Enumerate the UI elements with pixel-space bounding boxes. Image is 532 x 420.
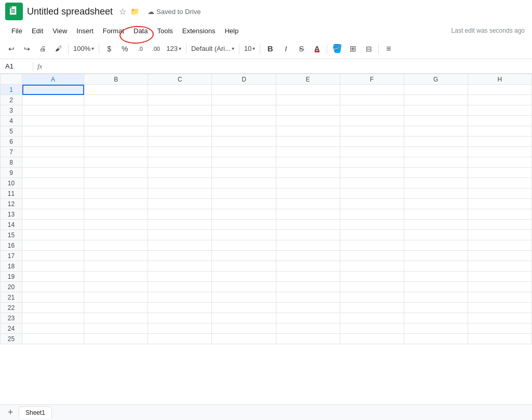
fill-color-button[interactable]: 🪣 (330, 42, 344, 56)
cell-G22[interactable] (404, 303, 468, 313)
cell-A14[interactable] (22, 220, 84, 230)
col-header-e[interactable]: E (276, 74, 340, 85)
cell-E17[interactable] (276, 251, 340, 261)
decimal-dec-button[interactable]: .0 (133, 42, 148, 56)
percent-button[interactable]: % (117, 42, 132, 56)
col-header-b[interactable]: B (84, 74, 148, 85)
cell-A10[interactable] (22, 178, 84, 188)
cell-D23[interactable] (212, 313, 276, 323)
cell-G5[interactable] (404, 126, 468, 137)
cell-A21[interactable] (22, 292, 84, 303)
formula-input[interactable] (46, 62, 530, 70)
font-size-dropdown[interactable]: 10 ▾ (242, 42, 257, 56)
cell-E19[interactable] (276, 272, 340, 282)
cell-H5[interactable] (468, 126, 531, 137)
cell-E1[interactable] (276, 85, 340, 95)
cell-G7[interactable] (404, 147, 468, 157)
cell-G10[interactable] (404, 178, 468, 188)
cell-E16[interactable] (276, 240, 340, 251)
cell-B19[interactable] (84, 272, 148, 282)
cell-D11[interactable] (212, 188, 276, 199)
menu-insert[interactable]: Insert (72, 25, 98, 37)
cell-G9[interactable] (404, 168, 468, 178)
strikethrough-button[interactable]: S (294, 42, 309, 56)
row-header-1[interactable]: 1 (1, 85, 22, 95)
cell-G6[interactable] (404, 137, 468, 147)
cell-G11[interactable] (404, 188, 468, 199)
row-header-7[interactable]: 7 (1, 147, 22, 157)
cell-C7[interactable] (148, 147, 212, 157)
cell-C11[interactable] (148, 188, 212, 199)
undo-button[interactable]: ↩ (4, 42, 19, 56)
cell-G14[interactable] (404, 220, 468, 230)
cell-A25[interactable] (22, 334, 84, 344)
cell-F1[interactable] (340, 85, 404, 95)
row-header-16[interactable]: 16 (1, 240, 22, 251)
cell-A18[interactable] (22, 261, 84, 272)
cell-E8[interactable] (276, 157, 340, 168)
menu-data[interactable]: Data (129, 25, 152, 37)
cell-D9[interactable] (212, 168, 276, 178)
cell-H4[interactable] (468, 116, 531, 126)
align-button[interactable]: ≡ (381, 42, 396, 56)
row-header-13[interactable]: 13 (1, 209, 22, 220)
menu-file[interactable]: File (7, 25, 26, 37)
cell-H3[interactable] (468, 105, 531, 116)
paint-format-button[interactable]: 🖌 (51, 42, 65, 56)
document-title[interactable]: Untitled spreadsheet (27, 6, 113, 17)
cell-E20[interactable] (276, 282, 340, 292)
row-header-22[interactable]: 22 (1, 303, 22, 313)
row-header-19[interactable]: 19 (1, 272, 22, 282)
cell-E22[interactable] (276, 303, 340, 313)
cell-C15[interactable] (148, 230, 212, 240)
cell-G12[interactable] (404, 199, 468, 209)
folder-icon[interactable]: 📁 (130, 7, 139, 16)
bold-button[interactable]: B (263, 42, 277, 56)
cell-C19[interactable] (148, 272, 212, 282)
cell-C10[interactable] (148, 178, 212, 188)
row-header-17[interactable]: 17 (1, 251, 22, 261)
cell-D14[interactable] (212, 220, 276, 230)
cell-F11[interactable] (340, 188, 404, 199)
row-header-14[interactable]: 14 (1, 220, 22, 230)
cell-G21[interactable] (404, 292, 468, 303)
cell-C5[interactable] (148, 126, 212, 137)
cell-D8[interactable] (212, 157, 276, 168)
cell-G13[interactable] (404, 209, 468, 220)
cell-C13[interactable] (148, 209, 212, 220)
cell-D19[interactable] (212, 272, 276, 282)
row-header-20[interactable]: 20 (1, 282, 22, 292)
cell-B20[interactable] (84, 282, 148, 292)
cell-G4[interactable] (404, 116, 468, 126)
cell-C18[interactable] (148, 261, 212, 272)
cell-reference-input[interactable]: A1 (2, 62, 33, 70)
cell-B16[interactable] (84, 240, 148, 251)
cell-E14[interactable] (276, 220, 340, 230)
cell-C23[interactable] (148, 313, 212, 323)
cell-B24[interactable] (84, 323, 148, 334)
cell-E10[interactable] (276, 178, 340, 188)
cell-B5[interactable] (84, 126, 148, 137)
cell-B14[interactable] (84, 220, 148, 230)
cell-E21[interactable] (276, 292, 340, 303)
cell-E18[interactable] (276, 261, 340, 272)
cell-F13[interactable] (340, 209, 404, 220)
print-button[interactable]: 🖨 (35, 42, 50, 56)
cell-B12[interactable] (84, 199, 148, 209)
cell-F25[interactable] (340, 334, 404, 344)
zoom-dropdown[interactable]: 100% ▾ (71, 42, 96, 56)
cell-E6[interactable] (276, 137, 340, 147)
cell-D5[interactable] (212, 126, 276, 137)
cell-A24[interactable] (22, 323, 84, 334)
decimal-inc-button[interactable]: .00 (149, 42, 163, 56)
cell-F19[interactable] (340, 272, 404, 282)
row-header-8[interactable]: 8 (1, 157, 22, 168)
cell-H24[interactable] (468, 323, 531, 334)
cell-D15[interactable] (212, 230, 276, 240)
cell-C25[interactable] (148, 334, 212, 344)
cell-F24[interactable] (340, 323, 404, 334)
col-header-a[interactable]: A (22, 74, 84, 85)
cell-D10[interactable] (212, 178, 276, 188)
italic-button[interactable]: I (278, 42, 293, 56)
cell-B21[interactable] (84, 292, 148, 303)
